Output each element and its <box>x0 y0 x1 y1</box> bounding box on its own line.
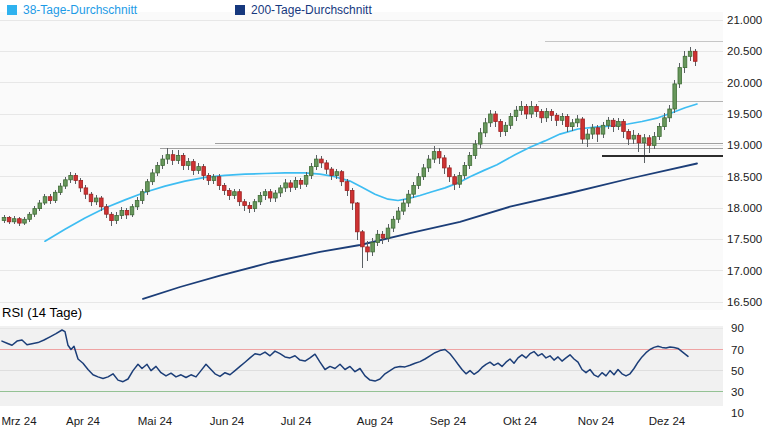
candle-up <box>673 84 677 109</box>
ma200-swatch-icon <box>235 5 245 15</box>
candle-down <box>330 169 334 175</box>
candle-down <box>647 138 651 146</box>
candle-down <box>325 163 329 169</box>
candle-up <box>386 228 390 238</box>
rsi-panel-title: RSI (14 Tage) <box>2 305 82 320</box>
candle-down <box>320 159 324 163</box>
candle-up <box>463 165 467 175</box>
candle-up <box>391 219 395 228</box>
candle-down <box>84 188 88 194</box>
candle-up <box>12 219 16 222</box>
candle-down <box>89 194 93 202</box>
candle-down <box>48 197 52 201</box>
candle-down <box>181 155 185 165</box>
candle-up <box>120 211 124 216</box>
candle-down <box>222 185 226 190</box>
main-plot-background <box>0 12 723 310</box>
candle-up <box>2 217 6 220</box>
rsi-tick-label: 90 <box>731 322 744 334</box>
candle-down <box>555 115 559 120</box>
candle-up <box>489 114 493 123</box>
candle-down <box>74 175 78 180</box>
candle-up <box>663 118 667 127</box>
candle-up <box>166 155 170 159</box>
candle-up <box>412 185 416 194</box>
price-tick-label: 20.000 <box>727 77 762 89</box>
month-label: Apr 24 <box>66 415 100 427</box>
candle-down <box>100 198 104 207</box>
candle-down <box>248 206 252 209</box>
candle-up <box>560 117 564 121</box>
candle-down <box>238 192 242 202</box>
candle-up <box>187 162 191 166</box>
rsi-tick-label: 70 <box>731 344 744 356</box>
candle-up <box>263 192 267 196</box>
price-tick-label: 21.000 <box>727 14 762 26</box>
candle-up <box>38 203 42 209</box>
candle-up <box>130 207 134 215</box>
legend-item-ma38[interactable]: 38-Tage-Durchschnitt <box>7 3 137 17</box>
candle-up <box>668 109 672 118</box>
price-tick-label: 18.500 <box>727 171 762 183</box>
candle-down <box>110 214 114 220</box>
candle-down <box>453 177 457 185</box>
candle-down <box>448 168 452 177</box>
candle-up <box>509 117 513 126</box>
candle-down <box>345 182 349 191</box>
price-tick-label: 17.500 <box>727 233 762 245</box>
price-tick-label: 19.500 <box>727 108 762 120</box>
candle-down <box>581 119 585 139</box>
candle-up <box>530 107 534 115</box>
month-label: Mrz 24 <box>1 415 37 427</box>
month-label: Sep 24 <box>430 415 467 427</box>
candle-up <box>94 198 98 202</box>
legend-label-ma200: 200-Tage-Durchschnitt <box>251 3 372 17</box>
candle-down <box>192 162 196 171</box>
candle-down <box>7 217 11 221</box>
legend-item-ma200[interactable]: 200-Tage-Durchschnitt <box>235 3 372 17</box>
candle-up <box>417 177 421 186</box>
price-tick-label: 18.000 <box>727 202 762 214</box>
candle-up <box>422 168 426 177</box>
price-chart-canvas[interactable]: 21.00020.50020.00019.50019.00018.50018.0… <box>0 0 765 430</box>
candle-up <box>514 110 518 116</box>
price-tick-label: 16.500 <box>727 296 762 308</box>
candle-down <box>535 107 539 112</box>
candle-up <box>601 125 605 134</box>
candle-up <box>28 214 32 219</box>
price-tick-label: 17.000 <box>727 265 762 277</box>
candle-up <box>688 51 692 56</box>
candle-down <box>565 117 569 127</box>
candle-down <box>437 152 441 158</box>
candle-down <box>361 232 365 247</box>
candle-down <box>207 175 211 180</box>
candle-up <box>576 119 580 123</box>
rsi-tick-label: 30 <box>731 386 744 398</box>
rsi-tick-label: 50 <box>731 365 744 377</box>
candle-down <box>540 112 544 118</box>
candle-down <box>637 135 641 143</box>
month-label: Jul 24 <box>281 415 312 427</box>
candle-up <box>151 173 155 182</box>
candle-down <box>381 234 385 238</box>
candle-down <box>494 114 498 122</box>
rsi-plot-background <box>0 326 723 406</box>
candle-up <box>146 182 150 192</box>
stock-chart-widget: 38-Tage-Durchschnitt 200-Tage-Durchschni… <box>0 0 765 430</box>
candle-up <box>294 180 298 187</box>
month-label: Jun 24 <box>210 415 245 427</box>
month-label: Mai 24 <box>138 415 173 427</box>
candle-up <box>59 186 63 192</box>
candle-down <box>289 183 293 187</box>
candle-up <box>135 201 139 207</box>
candle-up <box>212 177 216 181</box>
candle-up <box>274 193 278 198</box>
candle-up <box>371 243 375 252</box>
candle-up <box>140 192 144 201</box>
candle-down <box>105 207 109 215</box>
candle-up <box>652 137 656 146</box>
candle-up <box>571 123 575 127</box>
candle-up <box>642 138 646 143</box>
month-label: Okt 24 <box>503 415 537 427</box>
candle-down <box>366 247 370 252</box>
